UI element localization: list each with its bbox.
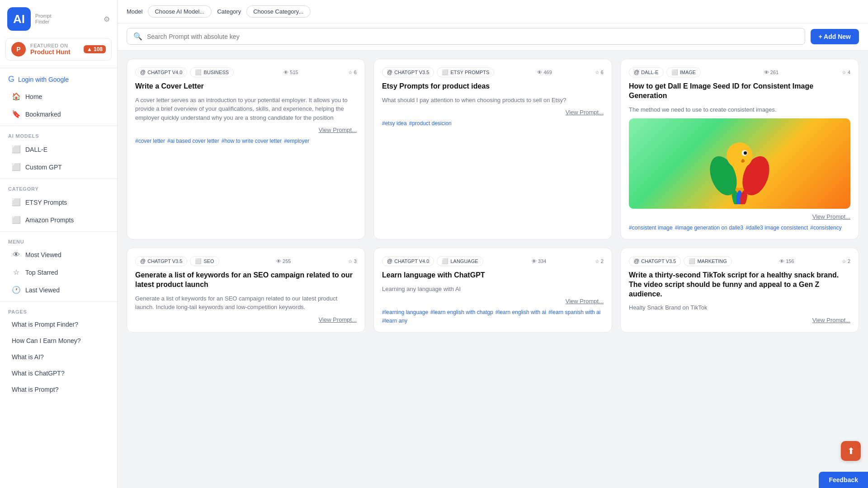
prompt-card[interactable]: @ CHATGPT V4.0 ⬜ LANGUAGE 👁 334 ☆ 2 Lear…: [373, 248, 612, 333]
model-label: Model: [127, 8, 142, 15]
stars-count: ☆ 4: [842, 70, 850, 75]
card-tags: @ CHATGPT V3.5 ⬜ MARKETING 👁 156 ☆ 2: [629, 256, 850, 266]
model-tag: @ CHATGPT V3.5: [135, 256, 187, 266]
hashtag[interactable]: #learning language: [382, 309, 428, 315]
hashtag[interactable]: #ai based cover letter: [167, 138, 219, 144]
menu-label: MENU: [0, 235, 117, 246]
hashtag[interactable]: #cover letter: [135, 138, 165, 144]
model-tag: @ CHATGPT V3.5: [382, 67, 434, 77]
stars-count: ☆ 2: [842, 258, 850, 264]
hashtag[interactable]: #learn any: [382, 318, 407, 324]
google-login-button[interactable]: G Login with Google: [0, 71, 117, 88]
sidebar: AI Prompt Finder ⚙ P FEATURED ON Product…: [0, 0, 118, 488]
card-hashtags: #etsy idea #product desicion: [382, 120, 604, 127]
views-count: 👁 156: [779, 258, 794, 264]
view-prompt-link[interactable]: View Prompt...: [135, 316, 357, 323]
model-tag: @ DALL-E: [629, 67, 664, 77]
prompt-card[interactable]: @ DALL-E ⬜ IMAGE 👁 261 ☆ 4 How to get Da…: [620, 59, 859, 239]
card-title: Generate a list of keywords for an SEO c…: [135, 271, 357, 290]
star-icon: ☆: [12, 268, 21, 277]
card-title: Write a Cover Letter: [135, 82, 357, 91]
prompt-card[interactable]: @ CHATGPT V3.5 ⬜ SEO 👁 255 ☆ 3 Generate …: [127, 248, 365, 333]
sidebar-item-top-starred[interactable]: ☆ Top Starred: [4, 264, 113, 281]
prompt-card[interactable]: @ CHATGPT V3.5 ⬜ ETSY PROMPTS 👁 469 ☆ 6 …: [373, 59, 612, 239]
sidebar-item-how-earn[interactable]: How Can I Earn Money?: [4, 333, 113, 348]
category-label: CATEGORY: [0, 182, 117, 193]
ai-models-label: AI MODELS: [0, 129, 117, 141]
sidebar-item-amazon[interactable]: ⬜ Amazon Prompts: [4, 211, 113, 228]
card-tags: @ CHATGPT V3.5 ⬜ SEO 👁 255 ☆ 3: [135, 256, 357, 266]
sidebar-item-what-is-prompt[interactable]: What is Prompt?: [4, 382, 113, 397]
model-tag: @ CHATGPT V3.5: [629, 256, 681, 266]
sidebar-item-bookmarked[interactable]: 🔖 Bookmarked: [4, 106, 113, 122]
views-count: 👁 261: [764, 70, 778, 75]
upload-button[interactable]: ⬆: [841, 441, 861, 461]
pages-label: PAGES: [0, 305, 117, 316]
category-label: Category: [217, 8, 241, 15]
settings-icon[interactable]: ⚙: [104, 15, 110, 23]
sidebar-item-etsy[interactable]: ⬜ ETSY Prompts: [4, 194, 113, 211]
divider: [0, 178, 117, 179]
card-tags: @ DALL-E ⬜ IMAGE 👁 261 ☆ 4: [629, 67, 850, 77]
views-count: 👁 469: [537, 70, 552, 75]
category-tag: ⬜ LANGUAGE: [437, 256, 483, 266]
model-select[interactable]: Choose AI Model...: [148, 5, 212, 18]
custom-gpt-icon: ⬜: [12, 163, 21, 171]
sidebar-item-most-viewed[interactable]: 👁 Most Viewed: [4, 247, 113, 263]
card-tags: @ CHATGPT V3.5 ⬜ ETSY PROMPTS 👁 469 ☆ 6: [382, 67, 604, 77]
views-count: 👁 334: [532, 258, 546, 264]
hashtag[interactable]: #product desicion: [409, 120, 452, 127]
view-prompt-link[interactable]: View Prompt...: [135, 127, 357, 133]
prompt-card[interactable]: @ CHATGPT V3.5 ⬜ MARKETING 👁 156 ☆ 2 Wri…: [620, 248, 859, 333]
sidebar-item-last-viewed[interactable]: 🕐 Last Viewed: [4, 282, 113, 298]
category-tag: ⬜ ETSY PROMPTS: [437, 67, 494, 77]
feedback-button[interactable]: Feedback: [819, 472, 868, 488]
card-hashtags: #consistent image #image generation on d…: [629, 225, 850, 231]
divider: [0, 231, 117, 232]
stars-count: ☆ 6: [595, 70, 604, 75]
main-content: Model Choose AI Model... Category Choose…: [118, 0, 868, 488]
sidebar-item-what-is-chatgpt[interactable]: What is ChatGPT?: [4, 366, 113, 381]
product-hunt-icon: P: [11, 42, 26, 56]
hashtag[interactable]: #learn spanish with ai: [548, 309, 600, 315]
add-new-button[interactable]: + Add New: [811, 29, 859, 44]
hashtag[interactable]: #learn english with ai: [495, 309, 546, 315]
hashtag[interactable]: #how to write cover letter: [222, 138, 282, 144]
view-prompt-link[interactable]: View Prompt...: [629, 317, 850, 324]
logo-text-block: Prompt Finder: [35, 13, 51, 25]
card-desc: Healty Snack Brand on TikTok: [629, 303, 850, 312]
upload-icon: ⬆: [847, 446, 855, 456]
sidebar-item-what-is-ai[interactable]: What is AI?: [4, 349, 113, 365]
view-prompt-link[interactable]: View Prompt...: [629, 213, 850, 220]
amazon-icon: ⬜: [12, 216, 21, 224]
hashtag[interactable]: #etsy idea: [382, 120, 407, 127]
sidebar-item-custom-gpt[interactable]: ⬜ Custom GPT: [4, 159, 113, 175]
cards-grid: @ CHATGPT V4.0 ⬜ BUSINESS 👁 515 ☆ 6 Writ…: [127, 59, 859, 333]
hashtag[interactable]: #consistent image: [629, 225, 673, 231]
card-title: Etsy Prompts for product ideas: [382, 82, 604, 91]
stars-count: ☆ 2: [595, 258, 604, 264]
card-desc: The method we need to use to create cons…: [629, 105, 850, 114]
prompt-card[interactable]: @ CHATGPT V4.0 ⬜ BUSINESS 👁 515 ☆ 6 Writ…: [127, 59, 365, 239]
hashtag[interactable]: #consistency: [810, 225, 841, 231]
view-prompt-link[interactable]: View Prompt...: [382, 109, 604, 116]
hashtag[interactable]: #employer: [284, 138, 309, 144]
hashtag[interactable]: #dalle3 image consistenct: [745, 225, 808, 231]
card-image: [629, 118, 850, 209]
card-desc: Generate a list of keywords for an SEO c…: [135, 294, 357, 312]
view-prompt-link[interactable]: View Prompt...: [382, 298, 604, 305]
divider: [0, 301, 117, 302]
search-input[interactable]: [147, 33, 798, 40]
sidebar-item-dalle[interactable]: ⬜ DALL-E: [4, 141, 113, 158]
category-select[interactable]: Choose Category...: [246, 5, 311, 18]
svg-point-4: [726, 142, 753, 169]
product-hunt-badge[interactable]: P FEATURED ON Product Hunt ▲ 108: [5, 38, 112, 61]
hashtag[interactable]: #image generation on dalle3: [675, 225, 743, 231]
sidebar-item-home[interactable]: 🏠 Home: [4, 88, 113, 105]
eye-icon: 👁: [12, 251, 21, 259]
sidebar-item-what-is-prompt-finder[interactable]: What is Prompt Finder?: [4, 317, 113, 332]
clock-icon: 🕐: [12, 286, 21, 294]
hashtag[interactable]: #learn english with chatgp: [430, 309, 493, 315]
stars-count: ☆ 3: [348, 258, 357, 264]
card-title: How to get Dall E Image Seed ID for Cons…: [629, 82, 850, 101]
